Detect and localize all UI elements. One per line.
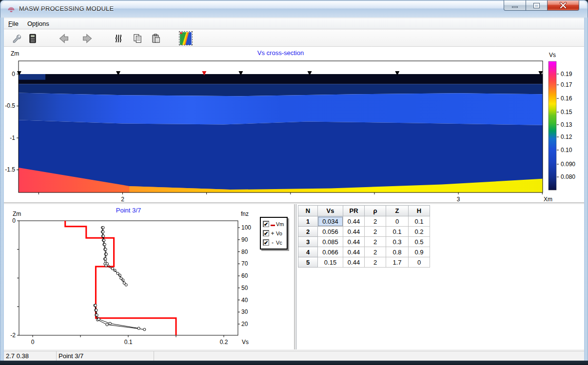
copy-button[interactable] — [131, 32, 144, 45]
col-header-Z[interactable]: Z — [386, 206, 409, 216]
cross-section-chart: 230-0.5-1-1.5ZmXmVs0.190.170.160.150.130… — [4, 47, 584, 203]
title-bar[interactable]: MASW PROCESSING MODULE — [0, 0, 588, 18]
cell-PR-row4[interactable]: 0.44 — [343, 247, 365, 257]
vc-calculated-curve-marker — [104, 258, 107, 260]
cell-N-row2[interactable]: 2 — [298, 227, 318, 237]
col-header-Vs[interactable]: Vs — [318, 206, 343, 216]
vc-calculated-curve-marker — [98, 318, 100, 321]
svg-text:3: 3 — [457, 196, 460, 203]
cell-H-row4[interactable]: 0.9 — [409, 247, 430, 257]
cell-H-row5[interactable]: 0 — [409, 257, 430, 268]
status-point: Point 3/7 — [57, 351, 154, 361]
menu-file[interactable]: File — [4, 19, 23, 29]
client-area: File Options — [4, 18, 584, 361]
svg-text:100: 100 — [241, 224, 251, 231]
col-header-N[interactable]: N — [298, 206, 318, 216]
svg-text:Zm: Zm — [11, 50, 19, 57]
vc-calculated-curve-marker — [95, 309, 98, 311]
traces-button[interactable] — [112, 32, 125, 45]
cell-Z-row5[interactable]: 1.7 — [386, 257, 409, 268]
minimize-icon — [512, 6, 518, 8]
calculate-button[interactable] — [26, 32, 39, 45]
cell-ρ-row2[interactable]: 2 — [365, 227, 386, 237]
cell-PR-row1[interactable]: 0.44 — [343, 216, 365, 227]
paste-button[interactable] — [150, 32, 162, 45]
vc-calculated-curve-marker — [102, 227, 104, 229]
cell-PR-row5[interactable]: 0.44 — [343, 257, 365, 268]
svg-text:80: 80 — [241, 249, 248, 255]
point-chart-title: Point 3/7 — [19, 207, 238, 214]
vc-calculated-curve-marker — [102, 231, 104, 233]
table-row: 40.0660.4420.80.9 — [298, 247, 430, 257]
arrow-right-icon — [81, 33, 93, 44]
col-header-ρ[interactable]: ρ — [365, 206, 386, 216]
cell-Vs-row3[interactable]: 0.085 — [318, 237, 343, 247]
col-header-PR[interactable]: PR — [343, 206, 365, 216]
cell-N-row4[interactable]: 4 — [298, 247, 318, 257]
svg-text:0.090: 0.090 — [561, 161, 575, 168]
svg-text:2: 2 — [121, 196, 124, 203]
cell-PR-row3[interactable]: 0.44 — [343, 237, 365, 247]
legend-checkbox-Vc[interactable]: ✔ — [263, 239, 269, 246]
cell-N-row1[interactable]: 1 — [298, 216, 318, 227]
cell-H-row3[interactable]: 0.5 — [409, 237, 430, 247]
svg-text:-2: -2 — [10, 332, 16, 339]
close-button[interactable] — [547, 0, 579, 11]
show-section-button[interactable] — [179, 32, 192, 45]
vc-calculated-curve-marker — [96, 314, 98, 316]
layer-table-panel: NVsPRρZH10.0340.44200.120.0560.4420.10.2… — [296, 204, 584, 349]
cell-Z-row3[interactable]: 0.3 — [386, 237, 409, 247]
menu-options[interactable]: Options — [23, 19, 54, 29]
svg-text:0: 0 — [12, 217, 16, 224]
legend-item-Vo: ✔+Vo — [263, 229, 284, 238]
cell-Vs-row1[interactable]: 0.034 — [318, 216, 343, 227]
cell-ρ-row5[interactable]: 2 — [365, 257, 386, 268]
cs-layer-bright-blue — [19, 93, 543, 125]
vc-calculated-curve-marker — [117, 272, 119, 275]
svg-text:50: 50 — [241, 285, 248, 291]
copy-icon — [132, 33, 143, 44]
svg-text:0.12: 0.12 — [561, 134, 572, 140]
cell-H-row2[interactable]: 0.2 — [409, 227, 430, 237]
minimize-button[interactable] — [504, 0, 526, 11]
vc-calculated-curve-marker — [106, 263, 108, 265]
svg-text:70: 70 — [241, 260, 248, 267]
cell-Vs-row5[interactable]: 0.15 — [318, 257, 343, 268]
cell-Z-row4[interactable]: 0.8 — [386, 247, 409, 257]
next-point-button[interactable] — [81, 32, 94, 45]
status-bar: 2.7 0.38 Point 3/7 — [4, 351, 584, 361]
col-header-H[interactable]: H — [409, 206, 430, 216]
svg-text:90: 90 — [241, 236, 248, 243]
vc-calculated-curve-marker — [109, 322, 111, 325]
cell-N-row5[interactable]: 5 — [298, 257, 318, 268]
cs-layer-top-dark — [19, 74, 543, 84]
cell-ρ-row1[interactable]: 2 — [365, 216, 386, 227]
vc-calculated-curve-marker — [123, 282, 125, 284]
wrench-icon — [12, 33, 22, 44]
legend-checkbox-Vm[interactable]: ✔ — [263, 221, 269, 227]
cell-H-row1[interactable]: 0.1 — [409, 216, 430, 227]
cell-ρ-row4[interactable]: 2 — [365, 247, 386, 257]
svg-text:0.15: 0.15 — [561, 109, 572, 115]
cell-PR-row2[interactable]: 0.44 — [343, 227, 365, 237]
cell-Vs-row4[interactable]: 0.066 — [318, 247, 343, 257]
vc-calculated-curve-marker — [103, 243, 106, 246]
app-window: MASW PROCESSING MODULE File Options — [0, 0, 588, 365]
cell-ρ-row3[interactable]: 2 — [365, 237, 386, 247]
legend-item-Vm: ✔Vm — [263, 219, 284, 229]
legend-checkbox-Vo[interactable]: ✔ — [263, 230, 269, 236]
settings-button[interactable] — [11, 32, 23, 45]
cell-N-row3[interactable]: 3 — [298, 237, 318, 247]
vc-calculated-curve-marker — [111, 268, 114, 270]
layer-table: NVsPRρZH10.0340.44200.120.0560.4420.10.2… — [298, 205, 430, 268]
cell-Vs-row2[interactable]: 0.056 — [318, 227, 343, 237]
maximize-button[interactable] — [526, 0, 548, 11]
legend-marker-Vo: + — [269, 230, 276, 237]
toolbar — [4, 30, 584, 47]
table-row: 30.0850.4420.30.5 — [298, 237, 430, 247]
cell-Z-row2[interactable]: 0.1 — [386, 227, 409, 237]
previous-point-button[interactable] — [58, 32, 70, 45]
vc-calculated-curve-marker — [137, 327, 140, 329]
cell-Z-row1[interactable]: 0 — [386, 216, 409, 227]
vc-calculated-curve-marker — [94, 304, 97, 307]
